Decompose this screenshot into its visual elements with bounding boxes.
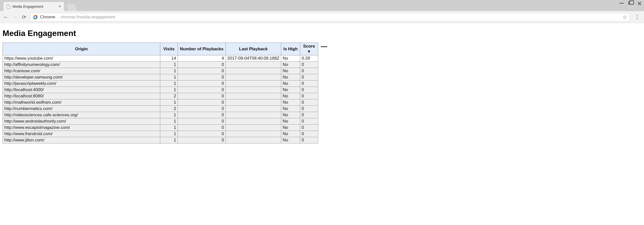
cell-playbacks: 0 bbox=[178, 131, 226, 137]
window-close-icon[interactable] bbox=[637, 2, 642, 6]
col-header-score[interactable]: Score ▾ bbox=[300, 43, 318, 55]
cell-is-high: No bbox=[281, 112, 300, 118]
browser-menu-icon[interactable]: ⋮ bbox=[633, 14, 641, 20]
reload-button[interactable]: ⟳ bbox=[21, 14, 27, 20]
cell-origin: http://numbermatics.com/ bbox=[3, 106, 160, 112]
cell-score: 0 bbox=[300, 137, 318, 143]
side-dash: — bbox=[318, 43, 327, 50]
table-row: http://localhost:8080/20No0 bbox=[3, 93, 318, 99]
cell-visits: 1 bbox=[160, 131, 178, 137]
cell-is-high: No bbox=[281, 131, 300, 137]
cell-origin: https://www.youtube.com/ bbox=[3, 55, 160, 62]
cell-origin: http://www.androidauthority.com/ bbox=[3, 118, 160, 125]
table-row: http://www.jilion.com/10No0 bbox=[3, 137, 318, 143]
col-header-is-high[interactable]: Is High bbox=[281, 43, 300, 55]
bookmark-star-icon[interactable]: ☆ bbox=[623, 14, 627, 20]
browser-tab[interactable]: Media Engagement × bbox=[4, 2, 64, 11]
table-row: http://affinitynumerology.com/10No0 bbox=[3, 62, 318, 68]
cell-last bbox=[226, 131, 281, 137]
file-icon bbox=[7, 5, 11, 9]
cell-is-high: No bbox=[281, 137, 300, 143]
cell-origin: http://caniuse.com/ bbox=[3, 68, 160, 74]
cell-visits: 1 bbox=[160, 118, 178, 125]
window-maximize-icon[interactable] bbox=[628, 2, 633, 6]
cell-is-high: No bbox=[281, 87, 300, 93]
tab-title: Media Engagement bbox=[13, 5, 43, 9]
cell-playbacks: 0 bbox=[178, 81, 226, 87]
cell-visits: 1 bbox=[160, 112, 178, 118]
table-row: https://www.youtube.com/1442017-09-04T08… bbox=[3, 55, 318, 62]
cell-playbacks: 4 bbox=[178, 55, 226, 62]
cell-playbacks: 0 bbox=[178, 62, 226, 68]
media-engagement-table: Origin Visits Number of Playbacks Last P… bbox=[3, 43, 318, 143]
forward-button[interactable]: → bbox=[12, 14, 18, 20]
cell-playbacks: 0 bbox=[178, 137, 226, 143]
omnibox-url[interactable]: chrome://media-engagement bbox=[60, 15, 620, 20]
table-row: http://caniuse.com/10No0 bbox=[3, 68, 318, 74]
cell-score: 0 bbox=[300, 112, 318, 118]
cell-is-high: No bbox=[281, 74, 300, 81]
table-row: http://www.androidauthority.com/10No0 bbox=[3, 118, 318, 125]
omnibox-origin-label: Chrome bbox=[40, 15, 55, 20]
omnibox[interactable]: Chrome chrome://media-engagement ☆ bbox=[30, 13, 630, 21]
cell-visits: 2 bbox=[160, 106, 178, 112]
cell-score: 0 bbox=[300, 74, 318, 81]
table-row: http://numbermatics.com/20No0 bbox=[3, 106, 318, 112]
cell-visits: 1 bbox=[160, 74, 178, 81]
cell-is-high: No bbox=[281, 81, 300, 87]
cell-last bbox=[226, 87, 281, 93]
omnibox-separator bbox=[58, 14, 58, 20]
table-row: http://developer.samsung.com/10No0 bbox=[3, 74, 318, 81]
cell-score: 0 bbox=[300, 62, 318, 68]
cell-visits: 1 bbox=[160, 81, 178, 87]
cell-last bbox=[226, 99, 281, 106]
cell-last: 2017-09-04T08:40:09.188Z bbox=[226, 55, 281, 62]
cell-last bbox=[226, 112, 281, 118]
cell-playbacks: 0 bbox=[178, 112, 226, 118]
browser-titlebar: Media Engagement × bbox=[0, 0, 644, 11]
page-content: Media Engagement Origin Visits Number of… bbox=[0, 23, 644, 147]
back-button[interactable]: ← bbox=[3, 14, 9, 20]
window-minimize-icon[interactable] bbox=[619, 2, 624, 6]
chrome-icon bbox=[33, 15, 38, 19]
cell-playbacks: 0 bbox=[178, 74, 226, 81]
cell-score: 0 bbox=[300, 125, 318, 131]
cell-last bbox=[226, 118, 281, 125]
cell-score: 0 bbox=[300, 81, 318, 87]
cell-last bbox=[226, 125, 281, 131]
table-row: http://mathworld.wolfram.com/10No0 bbox=[3, 99, 318, 106]
cell-playbacks: 0 bbox=[178, 106, 226, 112]
table-row: http://www.frandroid.com/10No0 bbox=[3, 131, 318, 137]
cell-origin: http://localhost:4000/ bbox=[3, 87, 160, 93]
cell-last bbox=[226, 68, 281, 74]
cell-is-high: No bbox=[281, 106, 300, 112]
cell-origin: http://www.frandroid.com/ bbox=[3, 131, 160, 137]
cell-playbacks: 0 bbox=[178, 125, 226, 131]
cell-is-high: No bbox=[281, 93, 300, 99]
cell-visits: 1 bbox=[160, 62, 178, 68]
cell-score: 0 bbox=[300, 93, 318, 99]
cell-origin: http://affinitynumerology.com/ bbox=[3, 62, 160, 68]
cell-last bbox=[226, 62, 281, 68]
cell-origin: http://videosciences.cafe-sciences.org/ bbox=[3, 112, 160, 118]
col-header-visits[interactable]: Visits bbox=[160, 43, 178, 55]
cell-visits: 14 bbox=[160, 55, 178, 62]
cell-is-high: No bbox=[281, 99, 300, 106]
cell-origin: http://javascriptweekly.com/ bbox=[3, 81, 160, 87]
cell-is-high: No bbox=[281, 125, 300, 131]
cell-playbacks: 0 bbox=[178, 68, 226, 74]
cell-score: 0 bbox=[300, 131, 318, 137]
table-row: http://localhost:4000/10No0 bbox=[3, 87, 318, 93]
col-header-origin[interactable]: Origin bbox=[3, 43, 160, 55]
cell-last bbox=[226, 74, 281, 81]
table-row: http://www.escapistmagazine.com/10No0 bbox=[3, 125, 318, 131]
cell-origin: http://www.escapistmagazine.com/ bbox=[3, 125, 160, 131]
cell-visits: 2 bbox=[160, 93, 178, 99]
cell-last bbox=[226, 93, 281, 99]
col-header-playbacks[interactable]: Number of Playbacks bbox=[178, 43, 226, 55]
close-icon[interactable]: × bbox=[59, 5, 61, 9]
cell-score: 0 bbox=[300, 68, 318, 74]
col-header-last[interactable]: Last Playback bbox=[226, 43, 281, 55]
cell-score: 0 bbox=[300, 99, 318, 106]
new-tab-button[interactable] bbox=[66, 4, 77, 11]
